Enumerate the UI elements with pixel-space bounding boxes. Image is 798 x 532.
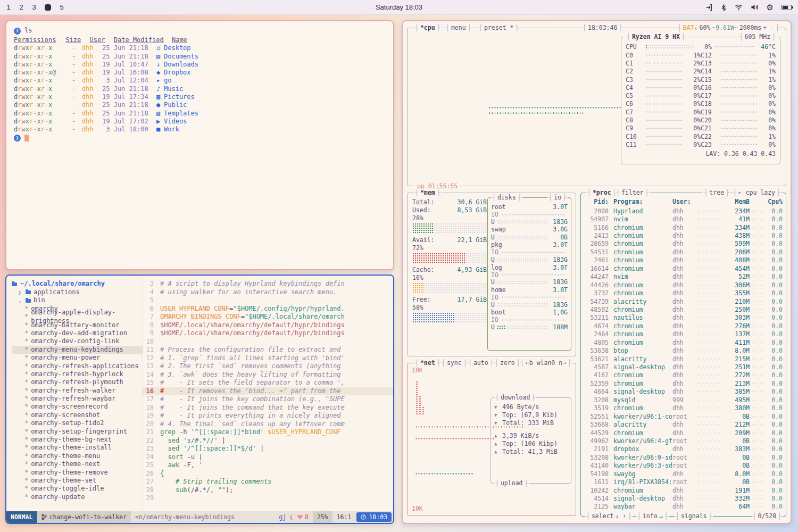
tree-item-omarchy-theme-remove[interactable]: *omarchy-theme-remove — [12, 469, 143, 477]
process-row[interactable]: 4162chromiumdhh272M0.0 — [581, 371, 786, 379]
process-row[interactable]: 5166chromiumdhh334M0.0 — [581, 223, 786, 231]
process-row[interactable]: 2464chromiumdhh137M0.0 — [581, 330, 786, 338]
process-row[interactable]: 53621alacrittydhh215M0.0 — [581, 355, 786, 363]
tab-mem[interactable]: *mem — [414, 189, 442, 197]
file-bullet-icon: * — [24, 436, 28, 444]
tab-filter[interactable]: filter — [615, 189, 650, 197]
process-row[interactable]: 2413chromiumdhh438M0.0 — [581, 231, 786, 239]
tab-cpu[interactable]: *cpu — [414, 24, 442, 32]
tab-tree[interactable]: tree — [703, 189, 730, 197]
tree-item-omarchy-refresh-waybar[interactable]: *omarchy-refresh-waybar — [12, 395, 143, 403]
process-row[interactable]: 2191dropboxdhh383M0.0 — [581, 445, 786, 453]
tree-item-omarchy-screenshot[interactable]: *omarchy-screenshot — [12, 411, 143, 419]
tree-item-omarchy-setup-fido2[interactable]: *omarchy-setup-fido2 — [12, 419, 143, 427]
tree-item-omarchy-dev-add-migration[interactable]: *omarchy-dev-add-migration — [12, 329, 143, 337]
tree-item-omarchy-dev-config-link[interactable]: *omarchy-dev-config-link — [12, 337, 143, 345]
tree-item-omarchy-menu-keybindings[interactable]: *omarchy-menu-keybindings — [12, 346, 143, 354]
process-row[interactable]: 43140kworker/u96:3-sdroot0B0.0 — [581, 462, 786, 470]
download-arrow-icon: ▼ — [494, 412, 500, 418]
tree-item-omarchy-refresh-hyprlock[interactable]: *omarchy-refresh-hyprlock — [12, 370, 143, 378]
workspace-4[interactable] — [45, 4, 51, 11]
process-row[interactable]: 2125waybardhh64M0.0 — [581, 503, 786, 511]
process-row[interactable]: 2008Hyprlanddhh234M0.0 — [581, 207, 786, 215]
zoom-keys[interactable]: + - — [763, 24, 774, 32]
process-row[interactable]: 2461chromiumdhh408M0.0 — [581, 256, 786, 264]
disks-title[interactable]: disks — [491, 194, 522, 202]
tab-net[interactable]: *net — [414, 359, 442, 367]
process-row[interactable]: 16614chromiumdhh454M0.0 — [581, 264, 786, 272]
workspace-3[interactable]: 3 — [32, 3, 36, 11]
tree-item-omarchy-screenrecord[interactable]: *omarchy-screenrecord — [12, 403, 143, 411]
process-row[interactable]: 3732chromiumdhh355M0.0 — [581, 289, 786, 297]
process-row[interactable]: 3519chromiumdhh380M0.0 — [581, 404, 786, 412]
settings-gear-icon[interactable]: ⚙ — [767, 3, 774, 11]
process-row[interactable]: 48592chromiumdhh250M0.0 — [581, 305, 786, 313]
process-row[interactable]: 49962kworker/u96:4-gfroot0B0.0 — [581, 437, 786, 445]
process-row[interactable]: 28659chromiumdhh599M0.0 — [581, 240, 786, 248]
process-row[interactable]: 4805chromiumdhh411M0.0 — [581, 338, 786, 346]
key-select[interactable]: select↓ ↑ — [585, 512, 633, 520]
process-row[interactable]: 54531chromiumdhh206M0.0 — [581, 248, 786, 256]
tree-item-omarchy-update[interactable]: *omarchy-update — [12, 493, 143, 501]
key-signals[interactable]: signals — [675, 512, 713, 520]
tree-item-omarchy-refresh-plymouth[interactable]: *omarchy-refresh-plymouth — [12, 378, 143, 386]
process-row[interactable]: 53668alacrittydhh212M0.0 — [581, 420, 786, 428]
tab-preset[interactable]: preset * — [478, 24, 520, 32]
process-row[interactable]: 44529chromiumdhh209M0.0 — [581, 429, 786, 437]
wifi-icon[interactable] — [735, 4, 743, 11]
process-row[interactable]: 53638btopdhh8.0M0.0 — [581, 346, 786, 354]
process-row[interactable]: 52359chromiumdhh213M0.0 — [581, 379, 786, 387]
process-row[interactable]: 3208mysqld999495M0.0 — [581, 396, 786, 404]
tree-item-omarchy-apple-display-brightness[interactable]: *omarchy-apple-display-brightness — [12, 313, 143, 321]
process-row[interactable]: 10242chromiumdhh191M0.0 — [581, 486, 786, 494]
tree-item-omarchy-setup-fingerprint[interactable]: *omarchy-setup-fingerprint — [12, 428, 143, 436]
download-arrow-icon: ▼ — [494, 420, 500, 426]
process-row[interactable]: 53211nautilusdhh303M0.0 — [581, 314, 786, 322]
tab-auto[interactable]: auto — [467, 359, 495, 367]
tree-item-bin[interactable]: ⌄bin — [12, 296, 143, 304]
workspace-5[interactable]: 5 — [60, 3, 64, 11]
process-row[interactable]: 4664signal-desktopdhh385M0.0 — [581, 388, 786, 396]
bluetooth-icon[interactable] — [721, 4, 727, 11]
tree-item-omarchy-refresh-applications[interactable]: *omarchy-refresh-applications — [12, 362, 143, 370]
tree-root[interactable]: ~/.local/share/omarchy — [12, 280, 143, 288]
process-row[interactable]: 54198swaybgdhh8.0M0.0 — [581, 470, 786, 478]
process-row[interactable]: 4514signal-desktopdhh332M0.0 — [581, 494, 786, 502]
tree-item-omarchy-theme-bg-next[interactable]: *omarchy-theme-bg-next — [12, 436, 143, 444]
tree-item-omarchy-theme-menu[interactable]: *omarchy-theme-menu — [12, 452, 143, 460]
battery-icon[interactable] — [782, 5, 792, 10]
process-row[interactable]: 54907nvimdhh41M0.0 — [581, 215, 786, 223]
key-info[interactable]: info↵ — [636, 512, 669, 520]
tree-item-omarchy-menu-power[interactable]: *omarchy-menu-power — [12, 354, 143, 362]
tab-proc[interactable]: *proc — [586, 189, 618, 197]
process-row[interactable]: 1611irq/81-PIXA3854:root0B0.0 — [581, 478, 786, 486]
tab-cpu-lazy[interactable]: ← cpu lazy — [732, 189, 782, 197]
workspace-1[interactable]: 1 — [6, 3, 11, 11]
process-row[interactable]: 4674chromiumdhh276M0.0 — [581, 322, 786, 330]
volume-icon[interactable] — [751, 4, 759, 11]
workspace-2[interactable]: 2 — [19, 3, 23, 11]
file-name: ●Public — [156, 101, 187, 109]
logout-icon[interactable] — [705, 4, 713, 11]
tree-item-omarchy-theme-install[interactable]: *omarchy-theme-install — [12, 444, 143, 452]
io-title[interactable]: io — [547, 194, 568, 202]
code-line: 7OMARCHY_BINDINGS_CONF="$HOME/.local/sha… — [143, 313, 393, 321]
process-row[interactable]: 53208kworker/u96:0-sdroot0B0.0 — [581, 453, 786, 461]
tree-item-omarchy-theme-set[interactable]: *omarchy-theme-set — [12, 477, 143, 485]
tree-item-omarchy-refresh-walker[interactable]: *omarchy-refresh-walker — [12, 387, 143, 395]
net-interface[interactable]: ←b wlan0 n→ — [519, 359, 572, 367]
tree-item-applications[interactable]: ❯applications — [12, 288, 143, 296]
tree-item-omarchy-theme-next[interactable]: *omarchy-theme-next — [12, 460, 143, 468]
process-row[interactable]: 44247nvimdhh52M0.0 — [581, 273, 786, 281]
code-editor[interactable]: 3# A script to display Hyprland keybindi… — [143, 276, 393, 511]
process-row[interactable]: 54739alacrittydhh210M0.0 — [581, 297, 786, 305]
terminal-cursor[interactable] — [24, 135, 29, 142]
tab-menu[interactable]: menu — [445, 24, 472, 32]
net-stat-row: ▲3,39 KiB/s — [494, 431, 568, 439]
process-row[interactable]: 52551kworker/u96:1-coroot0B0.0 — [581, 412, 786, 420]
process-row[interactable]: 44426chromiumdhh306M0.0 — [581, 281, 786, 289]
tab-sync[interactable]: sync — [440, 359, 468, 367]
tab-zero[interactable]: zero — [494, 359, 521, 367]
tree-item-omarchy-toggle-idle[interactable]: *omarchy-toggle-idle — [12, 485, 143, 493]
process-row[interactable]: 4587signal-desktopdhh251M0.0 — [581, 363, 786, 371]
